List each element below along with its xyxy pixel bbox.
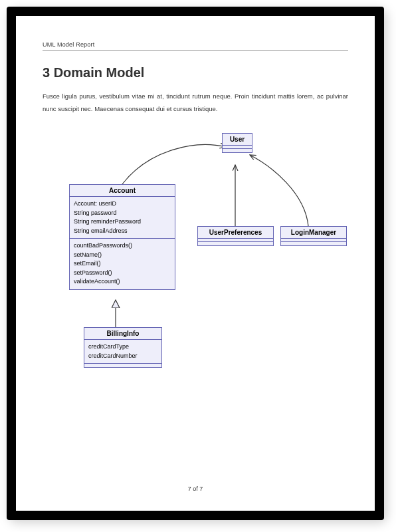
uml-class-userpreferences-ops <box>198 242 273 245</box>
section-title: 3 Domain Model <box>43 65 348 80</box>
uml-class-user-ops <box>223 149 252 152</box>
uml-class-loginmanager-name: LoginManager <box>281 227 346 239</box>
uml-class-loginmanager: LoginManager <box>280 226 347 246</box>
uml-diagram: User Account Account: userID String pass… <box>43 130 348 409</box>
uml-class-account: Account Account: userID String password … <box>69 184 175 290</box>
uml-class-billinginfo-attrs: creditCardType creditCardNumber <box>84 340 161 364</box>
uml-class-userpreferences: UserPreferences <box>197 226 274 246</box>
uml-op: setName() <box>74 251 171 260</box>
page-wrapper: UML Model Report 3 Domain Model Fusce li… <box>0 0 396 532</box>
uml-attr: String password <box>74 209 171 218</box>
uml-class-user: User <box>222 133 252 153</box>
uml-op: validateAccount() <box>74 277 171 287</box>
uml-op: countBadPasswords() <box>74 241 171 251</box>
page-number: 7 of 7 <box>16 485 375 492</box>
page-frame: UML Model Report 3 Domain Model Fusce li… <box>7 7 384 520</box>
uml-attr: String emailAddress <box>74 227 171 236</box>
uml-op: setPassword() <box>74 269 171 278</box>
uml-class-loginmanager-ops <box>281 242 346 245</box>
section-body: Fusce ligula purus, vestibulum vitae mi … <box>43 90 348 115</box>
uml-class-account-ops: countBadPasswords() setName() setEmail()… <box>70 239 175 289</box>
document-page: UML Model Report 3 Domain Model Fusce li… <box>16 16 375 511</box>
uml-class-account-name: Account <box>70 185 175 197</box>
uml-attr: Account: userID <box>74 200 171 209</box>
uml-class-billinginfo: BillingInfo creditCardType creditCardNum… <box>84 327 162 368</box>
uml-class-billinginfo-name: BillingInfo <box>84 328 161 340</box>
uml-class-account-attrs: Account: userID String password String r… <box>70 197 175 239</box>
report-header: UML Model Report <box>43 41 348 51</box>
uml-class-billinginfo-ops <box>84 364 161 367</box>
uml-attr: String reminderPassword <box>74 217 171 227</box>
uml-op: setEmail() <box>74 259 171 269</box>
uml-class-userpreferences-name: UserPreferences <box>198 227 273 239</box>
uml-attr: creditCardType <box>88 342 157 352</box>
uml-attr: creditCardNumber <box>88 352 157 361</box>
uml-class-user-name: User <box>223 134 252 146</box>
